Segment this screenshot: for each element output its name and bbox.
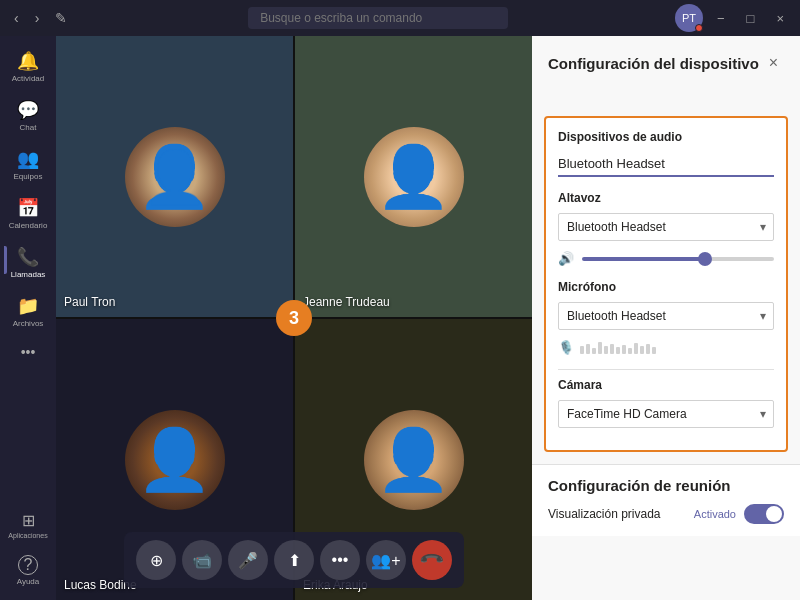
sidebar-item-label: Aplicaciones: [8, 532, 47, 539]
video-grid: 👤 Paul Tron 👤 Jeanne Trudeau 👤 Lucas Bod…: [56, 36, 532, 600]
archivos-icon: 📁: [17, 295, 39, 317]
sidebar-item-chat[interactable]: 💬 Chat: [4, 93, 52, 138]
edit-button[interactable]: ✎: [49, 8, 73, 28]
sidebar-item-label: Calendario: [9, 221, 48, 230]
more-icon: •••: [21, 344, 36, 360]
panel-section-header: Configuración del dispositivo ×: [532, 36, 800, 104]
sidebar-item-calendario[interactable]: 📅 Calendario: [4, 191, 52, 236]
more-options-button[interactable]: •••: [320, 540, 360, 580]
camera-label: Cámara: [558, 378, 774, 392]
sidebar-item-label: Equipos: [14, 172, 43, 181]
divider: [558, 369, 774, 370]
mic-bar-10: [634, 343, 638, 354]
more-options-icon: •••: [332, 551, 349, 569]
participant-name-paul: Paul Tron: [64, 295, 115, 309]
end-call-button[interactable]: 📞: [404, 532, 461, 589]
mic-bar-9: [628, 348, 632, 354]
close-button[interactable]: ×: [768, 9, 792, 28]
panel-title: Configuración del dispositivo: [548, 55, 759, 72]
sidebar-item-label: Actividad: [12, 74, 44, 83]
volume-speaker-icon: 🔊: [558, 251, 574, 266]
audio-devices-label: Dispositivos de audio: [558, 130, 774, 144]
mic-select[interactable]: Bluetooth Headset: [558, 302, 774, 330]
device-config-section: Dispositivos de audio Altavoz Bluetooth …: [544, 116, 788, 452]
sidebar-item-more[interactable]: •••: [4, 338, 52, 366]
minimize-button[interactable]: −: [709, 9, 733, 28]
speaker-label: Altavoz: [558, 191, 774, 205]
panel-close-button[interactable]: ×: [763, 52, 784, 74]
mic-bar-3: [592, 348, 596, 354]
call-controls: ⊕ 📹 🎤 ⬆ ••• 👥+ 📞: [124, 532, 464, 588]
mic-button[interactable]: 🎤: [228, 540, 268, 580]
mic-bar-11: [640, 346, 644, 354]
user-avatar[interactable]: PT: [675, 4, 703, 32]
call-area: 👤 Paul Tron 👤 Jeanne Trudeau 👤 Lucas Bod…: [56, 36, 532, 600]
back-button[interactable]: ‹: [8, 8, 25, 28]
audio-devices-input[interactable]: [558, 152, 774, 177]
volume-row: 🔊: [558, 251, 774, 266]
video-button[interactable]: 📹: [182, 540, 222, 580]
aplicaciones-icon: ⊞: [22, 511, 35, 530]
sidebar-item-ayuda[interactable]: ? Ayuda: [4, 549, 52, 592]
volume-slider[interactable]: [582, 257, 774, 261]
panel-header: Configuración del dispositivo ×: [548, 52, 784, 74]
avatar-jeanne: 👤: [364, 127, 464, 227]
mic-bar-12: [646, 344, 650, 354]
mic-select-wrapper: Bluetooth Headset ▾: [558, 302, 774, 330]
window-controls: PT − □ ×: [675, 4, 792, 32]
sidebar-item-label: Llamadas: [11, 270, 46, 279]
meeting-section: Configuración de reunión Visualización p…: [532, 464, 800, 536]
sidebar-item-label: Archivos: [13, 319, 44, 328]
mic-bars: [580, 342, 656, 354]
sidebar-item-llamadas[interactable]: 📞 Llamadas: [4, 240, 52, 285]
speaker-select[interactable]: Bluetooth Headset: [558, 213, 774, 241]
avatar-erika: 👤: [364, 410, 464, 510]
ayuda-icon: ?: [18, 555, 38, 575]
calendario-icon: 📅: [17, 197, 39, 219]
share-icon: ⬆: [288, 551, 301, 570]
actividad-icon: 🔔: [17, 50, 39, 72]
avatar-paul: 👤: [125, 127, 225, 227]
mic-bar-5: [604, 346, 608, 354]
camera-select[interactable]: FaceTime HD Camera: [558, 400, 774, 428]
mic-level-icon: 🎙️: [558, 340, 574, 355]
meeting-row-private-view: Visualización privada Activado: [548, 504, 784, 524]
sidebar-item-label: Ayuda: [17, 577, 40, 586]
toggle-label: Activado: [694, 508, 736, 520]
camera-row: Cámara FaceTime HD Camera ▾: [558, 378, 774, 428]
private-view-toggle[interactable]: [744, 504, 784, 524]
share-button[interactable]: ⬆: [274, 540, 314, 580]
forward-button[interactable]: ›: [29, 8, 46, 28]
participants-button[interactable]: 👥+: [366, 540, 406, 580]
speaker-select-wrapper: Bluetooth Headset ▾: [558, 213, 774, 241]
speaker-row: Altavoz Bluetooth Headset ▾: [558, 191, 774, 241]
search-area: [81, 7, 675, 29]
mic-bar-1: [580, 346, 584, 354]
volume-button[interactable]: ⊕: [136, 540, 176, 580]
mic-bar-7: [616, 347, 620, 354]
mic-bar-4: [598, 342, 602, 354]
mic-level-row: 🎙️: [558, 340, 774, 355]
toggle-row: Activado: [694, 504, 784, 524]
mic-label: Micrófono: [558, 280, 774, 294]
sidebar-item-aplicaciones[interactable]: ⊞ Aplicaciones: [4, 505, 52, 545]
sidebar-item-archivos[interactable]: 📁 Archivos: [4, 289, 52, 334]
chat-icon: 💬: [17, 99, 39, 121]
sidebar: 🔔 Actividad 💬 Chat 👥 Equipos 📅 Calendari…: [0, 36, 56, 600]
mic-icon: 🎤: [238, 551, 258, 570]
main-content: 🔔 Actividad 💬 Chat 👥 Equipos 📅 Calendari…: [0, 36, 800, 600]
maximize-button[interactable]: □: [739, 9, 763, 28]
video-cell-jeanne: 👤 Jeanne Trudeau: [295, 36, 532, 317]
avatar-lucas: 👤: [125, 410, 225, 510]
title-bar: ‹ › ✎ PT − □ ×: [0, 0, 800, 36]
equipos-icon: 👥: [17, 148, 39, 170]
meeting-title: Configuración de reunión: [548, 477, 784, 494]
mic-bar-6: [610, 344, 614, 354]
status-dot: [695, 24, 703, 32]
sidebar-item-equipos[interactable]: 👥 Equipos: [4, 142, 52, 187]
mic-bar-2: [586, 344, 590, 354]
mic-bar-13: [652, 347, 656, 354]
search-input[interactable]: [248, 7, 508, 29]
volume-icon: ⊕: [150, 551, 163, 570]
sidebar-item-actividad[interactable]: 🔔 Actividad: [4, 44, 52, 89]
